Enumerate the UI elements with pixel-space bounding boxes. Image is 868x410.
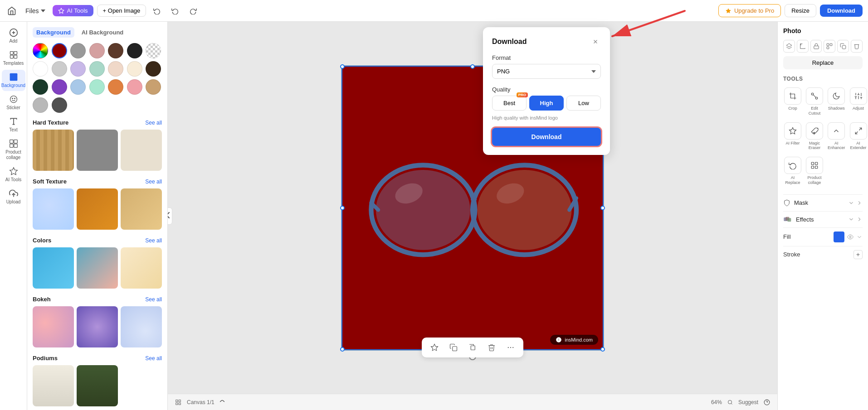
color-swatch-dark-red[interactable] [52, 43, 67, 58]
sidebar-item-product-collage[interactable]: Product collage [2, 136, 25, 163]
color-swatch-light-blue[interactable] [70, 79, 86, 95]
color-swatch-light-purple[interactable] [70, 61, 86, 77]
tool-magic-eraser[interactable]: Magic Eraser [805, 121, 824, 153]
color-swatch-dark-teal[interactable] [33, 79, 48, 95]
canvas-expand-icon[interactable] [220, 400, 224, 405]
modal-download-button[interactable]: Download [492, 128, 601, 146]
color-swatch-orange[interactable] [108, 79, 123, 95]
lock-icon-btn[interactable] [810, 40, 822, 53]
hard-texture-2[interactable] [77, 130, 118, 171]
quality-low-button[interactable]: Low [566, 96, 601, 111]
help-icon[interactable] [764, 399, 770, 405]
ft-delete-button[interactable] [484, 340, 499, 355]
ft-more-button[interactable] [503, 340, 518, 355]
soft-texture-3[interactable] [121, 188, 162, 230]
color-swatch-rainbow[interactable] [33, 43, 48, 58]
zoom-icon[interactable] [727, 400, 733, 405]
ai-tools-button[interactable]: AI Tools [53, 5, 93, 16]
tab-ai-background[interactable]: AI Background [78, 27, 127, 38]
layer-icon-btn[interactable] [783, 40, 795, 53]
tool-ai-filter[interactable]: AI Filter [783, 121, 802, 153]
sidebar-item-add[interactable]: Add [2, 25, 25, 47]
soft-texture-see-all[interactable]: See all [145, 178, 162, 185]
color-thumb-2[interactable] [77, 247, 118, 289]
sidebar-item-ai-tools[interactable]: AI Tools [2, 164, 25, 185]
podium-2[interactable] [77, 365, 118, 406]
tool-product-collage[interactable]: Product collage [805, 155, 824, 187]
podium-1[interactable] [33, 365, 74, 406]
download-top-button[interactable]: Download [820, 5, 863, 17]
color-swatch-mint[interactable] [89, 79, 105, 95]
undo-button[interactable] [168, 4, 182, 18]
soft-texture-2[interactable] [77, 188, 118, 230]
ft-copy-button[interactable] [446, 340, 461, 355]
color-swatch-light-gray[interactable] [52, 61, 67, 77]
format-select[interactable]: PNG JPG WebP PDF [492, 64, 601, 79]
color-swatch-transparent[interactable] [146, 43, 161, 58]
color-swatch-purple[interactable] [52, 79, 67, 95]
hard-texture-1[interactable] [33, 130, 74, 171]
sidebar-item-background[interactable]: Background [2, 70, 25, 91]
sidebar-item-text[interactable]: Text [2, 114, 25, 135]
color-swatch-white[interactable] [33, 61, 48, 77]
color-swatch-light-peach[interactable] [108, 61, 123, 77]
quality-high-button[interactable]: High [529, 96, 564, 111]
tab-background[interactable]: Background [33, 27, 74, 38]
redo-button[interactable] [186, 4, 200, 18]
color-swatch-pink[interactable] [89, 43, 105, 58]
quality-best-button[interactable]: Best PRO [492, 96, 527, 111]
soft-texture-1[interactable] [33, 188, 74, 230]
bokeh-see-all[interactable]: See all [145, 296, 162, 303]
stroke-add-button[interactable] [853, 250, 863, 259]
color-swatch-light-green[interactable] [89, 61, 105, 77]
ft-duplicate-button[interactable] [465, 340, 480, 355]
upgrade-button[interactable]: Upgrade to Pro [718, 4, 781, 17]
color-thumb-3[interactable] [121, 247, 162, 289]
delete-icon-btn[interactable] [851, 40, 863, 53]
ft-ai-button[interactable] [427, 340, 442, 355]
files-menu[interactable]: Files [22, 5, 49, 16]
color-swatch-silver[interactable] [33, 97, 48, 113]
open-image-button[interactable]: + Open Image [97, 5, 146, 17]
color-swatch-dark[interactable] [127, 43, 142, 58]
color-swatch-tan[interactable] [146, 79, 161, 95]
color-swatch-light-pink[interactable] [127, 79, 142, 95]
color-swatch-dark-brown[interactable] [146, 61, 161, 77]
tool-shadows[interactable]: Shadows [827, 86, 846, 118]
group-icon-btn[interactable] [824, 40, 835, 53]
color-swatch-gray[interactable] [70, 43, 86, 58]
copy-icon-btn[interactable] [837, 40, 849, 53]
tool-ai-extender[interactable]: AI Extender [849, 121, 868, 153]
hard-texture-3[interactable] [121, 130, 162, 171]
tool-edit-cutout[interactable]: Edit Cutout [805, 86, 824, 118]
modal-close-button[interactable] [590, 36, 601, 47]
home-button[interactable] [5, 5, 18, 17]
sidebar-item-templates[interactable]: Templates [2, 48, 25, 69]
podiums-see-all[interactable]: See all [145, 355, 162, 362]
color-swatch-brown[interactable] [108, 43, 123, 58]
color-swatch-charcoal[interactable] [52, 97, 67, 113]
bokeh-2[interactable] [77, 306, 118, 347]
replace-button[interactable]: Replace [783, 56, 863, 69]
color-swatch-cream[interactable] [127, 61, 142, 77]
accordion-effects-header[interactable]: Effects [783, 212, 863, 227]
colors-see-all[interactable]: See all [145, 237, 162, 244]
fill-color-swatch[interactable] [834, 232, 844, 242]
color-thumb-1[interactable] [33, 247, 74, 289]
fill-more-icon[interactable] [856, 234, 863, 240]
tool-ai-enhancer[interactable]: AI Enhancer [827, 121, 846, 153]
hard-texture-see-all[interactable]: See all [145, 120, 162, 126]
tool-adjust[interactable]: Adjust [849, 86, 868, 118]
resize-button[interactable]: Resize [785, 4, 816, 17]
sidebar-item-sticker[interactable]: Sticker [2, 92, 25, 113]
transform-icon-btn[interactable] [797, 40, 809, 53]
tool-crop[interactable]: Crop [783, 86, 802, 118]
accordion-mask-header[interactable]: Mask [783, 195, 863, 211]
bokeh-3[interactable] [121, 306, 162, 347]
sidebar-item-upload[interactable]: Upload [2, 186, 25, 207]
tool-ai-replace[interactable]: AI Replace [783, 155, 802, 187]
suggest-label[interactable]: Suggest [738, 399, 758, 405]
collapse-panel-button[interactable] [168, 207, 172, 225]
fill-visibility-icon[interactable] [847, 234, 853, 240]
bokeh-1[interactable] [33, 306, 74, 347]
